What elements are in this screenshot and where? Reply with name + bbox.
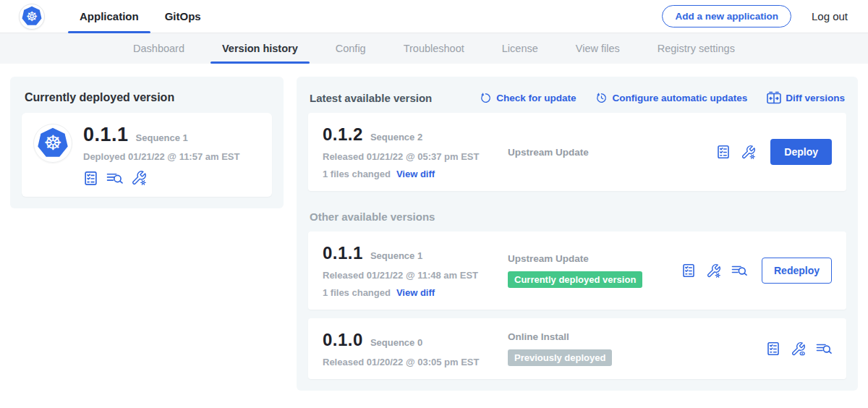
sequence-label: Sequence 0 (370, 337, 422, 348)
previously-deployed-badge: Previously deployed (508, 349, 612, 366)
available-versions-panel: Latest available version Check for updat… (297, 77, 858, 391)
version-info: 0.1.0 Sequence 0 Released 01/20/22 @ 03:… (323, 330, 508, 367)
kubernetes-logo[interactable]: ☸ (19, 4, 45, 30)
app-subnav: Dashboard Version history Config Trouble… (0, 33, 868, 64)
diff-versions-link[interactable]: Diff versions (767, 91, 845, 104)
wrench-gear-icon[interactable] (741, 145, 756, 160)
version-card-0.1.0: 0.1.0 Sequence 0 Released 01/20/22 @ 03:… (308, 318, 846, 379)
top-header: ☸ Application GitOps Add a new applicati… (0, 0, 868, 33)
check-for-update-link[interactable]: Check for update (480, 92, 576, 104)
version-number: 0.1.1 (323, 243, 363, 263)
configure-automatic-updates-link[interactable]: Configure automatic updates (595, 92, 747, 104)
checklist-icon[interactable] (681, 263, 696, 278)
version-card-actions: Deploy (716, 139, 832, 165)
subnav-tab-version-history[interactable]: Version history (203, 33, 317, 64)
redeploy-button[interactable]: Redeploy (762, 258, 832, 284)
source-label: Online Install (508, 331, 766, 342)
files-changed-label: 1 files changed (323, 169, 391, 179)
version-card-actions (766, 341, 832, 357)
version-number: 0.1.2 (323, 124, 363, 145)
refresh-icon (480, 92, 492, 104)
view-files-icon[interactable] (816, 341, 832, 356)
kubernetes-logo-heptagon: ☸ (21, 6, 43, 27)
view-files-icon[interactable] (731, 263, 747, 278)
version-card-0.1.1: 0.1.1 Sequence 1 Released 01/21/22 @ 11:… (308, 231, 846, 310)
helm-wheel-icon: ☸ (43, 133, 61, 153)
helm-wheel-icon: ☸ (26, 10, 38, 23)
subnav-tab-view-files[interactable]: View files (557, 33, 639, 64)
latest-available-title: Latest available version (310, 92, 480, 104)
schedule-icon (595, 92, 608, 104)
sequence-label: Sequence 2 (370, 132, 422, 143)
released-timestamp: Released 01/21/22 @ 05:37 pm EST (323, 151, 508, 162)
wrench-gear-icon[interactable] (706, 263, 721, 279)
version-source: Upstream Update (508, 147, 716, 158)
app-tabs: Application GitOps (67, 0, 214, 33)
currently-deployed-panel: Currently deployed version ☸ 0.1.1 Seque… (10, 77, 284, 208)
subnav-tab-registry-settings[interactable]: Registry settings (639, 33, 754, 64)
subnav-tab-troubleshoot[interactable]: Troubleshoot (385, 33, 483, 64)
deployed-timestamp: Deployed 01/21/22 @ 11:57 am EST (83, 151, 239, 162)
released-timestamp: Released 01/21/22 @ 11:48 am EST (323, 270, 508, 281)
subnav-tab-license[interactable]: License (483, 33, 557, 64)
deployed-version-info: 0.1.1 Sequence 1 Deployed 01/21/22 @ 11:… (83, 124, 239, 186)
deployed-panel-title: Currently deployed version (25, 91, 272, 104)
sequence-label: Sequence 1 (370, 250, 422, 261)
released-timestamp: Released 01/20/22 @ 03:05 pm EST (323, 357, 508, 367)
subnav-tab-config[interactable]: Config (317, 33, 385, 64)
version-number: 0.1.0 (323, 330, 363, 350)
deployed-version-number: 0.1.1 (83, 124, 129, 146)
version-source: Upstream Update Currently deployed versi… (508, 253, 681, 288)
subnav-tab-dashboard[interactable]: Dashboard (114, 33, 203, 64)
diff-versions-icon (767, 91, 781, 104)
deployed-sequence-label: Sequence 1 (136, 132, 188, 143)
checklist-icon[interactable] (766, 341, 780, 356)
version-actions: Check for update Configure automatic upd… (480, 91, 845, 104)
source-label: Upstream Update (508, 147, 716, 158)
version-card-0.1.2: 0.1.2 Sequence 2 Released 01/21/22 @ 05:… (308, 113, 846, 191)
app-logo-heptagon: ☸ (36, 127, 69, 160)
version-info: 0.1.1 Sequence 1 Released 01/21/22 @ 11:… (323, 243, 508, 298)
deployed-version-card: ☸ 0.1.1 Sequence 1 Deployed 01/21/22 @ 1… (22, 113, 272, 197)
version-source: Online Install Previously deployed (508, 331, 766, 366)
logout-button[interactable]: Log out (812, 10, 848, 22)
main-content: Currently deployed version ☸ 0.1.1 Seque… (0, 64, 868, 404)
version-info: 0.1.2 Sequence 2 Released 01/21/22 @ 05:… (323, 124, 508, 179)
view-files-icon[interactable] (106, 171, 123, 186)
wrench-eye-icon[interactable] (791, 341, 806, 357)
other-versions-title: Other available versions (310, 211, 845, 223)
view-diff-link[interactable]: View diff (396, 169, 435, 179)
checklist-icon[interactable] (716, 145, 731, 159)
version-card-actions: Redeploy (681, 258, 832, 284)
add-application-button[interactable]: Add a new application (662, 5, 791, 27)
files-changed-label: 1 files changed (323, 287, 391, 298)
checklist-icon[interactable] (83, 171, 98, 186)
tab-gitops[interactable]: GitOps (152, 0, 214, 33)
source-label: Upstream Update (508, 253, 681, 264)
wrench-gear-icon[interactable] (131, 170, 147, 186)
currently-deployed-badge: Currently deployed version (508, 271, 642, 288)
deploy-button[interactable]: Deploy (770, 139, 832, 165)
header-spacer (214, 0, 663, 33)
app-logo: ☸ (33, 124, 72, 163)
tab-application[interactable]: Application (67, 0, 152, 33)
view-diff-link[interactable]: View diff (396, 287, 435, 298)
